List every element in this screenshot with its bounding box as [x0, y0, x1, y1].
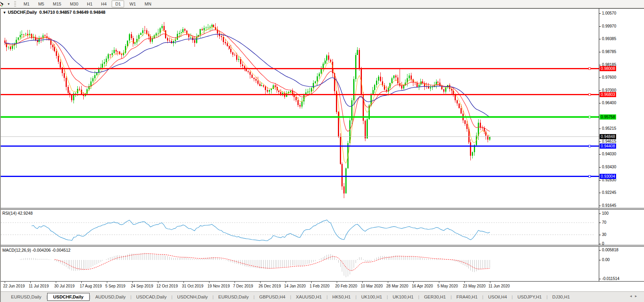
date-tick-mark [490, 282, 490, 283]
timeframe-button-m5[interactable]: M5 [35, 0, 48, 7]
trading-terminal: ▼ M1M5M15M30H1H4D1W1MN ▼USDCHF,Daily 0.9… [0, 0, 644, 302]
rsi-label: RSI(14) 42.9248 [2, 211, 33, 215]
price-tick-label: 0.94615 [602, 139, 616, 144]
chart-ohlc-values: 0.94710 0.94857 0.94649 0.94848 [39, 10, 105, 15]
price-tick-mark [599, 77, 601, 78]
chart-title: ▼USDCHF,Daily 0.94710 0.94857 0.94649 0.… [3, 10, 105, 15]
price-tick-label: 0.92245 [602, 190, 616, 195]
date-label: 24 Sep 2019 [131, 284, 153, 288]
price-tick-mark [599, 142, 601, 142]
level-price-badge: 0.93004 [600, 174, 616, 179]
date-tick-mark [362, 282, 363, 283]
price-tick-label: 0.98785 [602, 50, 616, 54]
price-axis[interactable]: 1.005700.999700.993850.987850.981850.976… [599, 9, 644, 208]
date-tick-mark [235, 282, 235, 283]
price-tick-mark [599, 26, 601, 27]
date-label: 31 Oct 2019 [182, 284, 203, 288]
date-label: 10 Mar 2020 [361, 284, 383, 288]
line-handle[interactable] [589, 116, 591, 118]
chart-tab-eurusd-daily[interactable]: EURUSD,Daily [214, 293, 253, 300]
macd-plot-area[interactable]: MACD(12,26,9) -0.004206 -0.004512 [1, 247, 599, 281]
date-label: 30 Jul 2019 [54, 284, 75, 288]
rsi-tick-label: 0 [602, 241, 604, 246]
date-label: 11 Jun 2020 [488, 284, 510, 288]
time-axis[interactable]: 22 Jun 201911 Jul 201930 Jul 201917 Aug … [1, 281, 644, 291]
date-tick-mark [260, 282, 261, 283]
timeframe-button-mn[interactable]: MN [141, 0, 155, 7]
date-label: 28 Mar 2020 [386, 284, 408, 288]
chart-tab-audusd-daily[interactable]: AUDUSD,Daily [90, 293, 130, 300]
date-label: 17 Aug 2019 [80, 284, 102, 288]
rsi-line [31, 220, 490, 241]
medium-ma-line [5, 30, 490, 131]
rsi-tick-mark [599, 223, 601, 223]
price-tick-label: 0.94030 [602, 152, 616, 156]
chart-tab-usdchf-daily[interactable]: USDCHF,Daily [47, 293, 89, 301]
timeframe-button-group: M1M5M15M30H1H4D1W1MN [19, 0, 156, 7]
rsi-tick-label: 30 [602, 232, 606, 237]
chart-tab-eurusd-daily[interactable]: EURUSD,Daily [6, 293, 46, 300]
date-label: 11 Jul 2019 [29, 284, 49, 288]
price-tick-mark [599, 154, 601, 155]
date-label: 19 Nov 2019 [207, 284, 230, 288]
price-tick-mark [599, 180, 601, 180]
price-tick-label: 0.91645 [602, 203, 616, 208]
chart-collapse-icon[interactable]: ▼ [3, 11, 6, 15]
toolbar-grip-handle[interactable] [14, 1, 16, 7]
line-handle[interactable] [589, 175, 591, 177]
timeframe-button-m30[interactable]: M30 [66, 0, 82, 7]
chart-tab-dj30-h1[interactable]: DJ30,H1 [548, 293, 575, 300]
price-tick-mark [599, 103, 601, 103]
date-tick-mark [337, 282, 337, 283]
chart-tab-uk100-h1[interactable]: UK100,H1 [356, 293, 387, 300]
date-tick-mark [209, 282, 209, 283]
chart-tab-usoil-h4[interactable]: USOil,H4 [483, 293, 512, 300]
date-tick-mark [5, 282, 5, 283]
price-plot-area[interactable]: ▼USDCHF,Daily 0.94710 0.94857 0.94649 0.… [1, 9, 599, 208]
price-tick-label: 0.97600 [602, 75, 616, 79]
macd-tick-label: 0.00 [602, 258, 609, 262]
date-tick-mark [183, 282, 184, 283]
timeframe-button-h4[interactable]: H4 [97, 0, 110, 7]
chart-tab-usdcnh-daily[interactable]: USDCNH,Daily [172, 293, 213, 300]
chart-tab-hk50-h1[interactable]: HK50,H1 [328, 293, 356, 300]
line-handle[interactable] [589, 94, 591, 96]
date-label: 12 Oct 2019 [156, 284, 178, 288]
chart-tab-ger30-h1[interactable]: GER30,H1 [419, 293, 451, 300]
price-tick-mark [599, 206, 601, 206]
chart-tab-xauusd-h1[interactable]: XAUUSD,H1 [291, 293, 327, 300]
chart-tab-usdjpy-h1[interactable]: USDJPY,H1 [513, 293, 547, 300]
level-price-badge: 0.95758 [600, 114, 616, 120]
line-handle[interactable] [589, 145, 591, 147]
chart-tab-uk100-h1[interactable]: UK100,H1 [388, 293, 418, 300]
timeframe-button-w1[interactable]: W1 [126, 0, 139, 7]
timeframe-button-m15[interactable]: M15 [49, 0, 64, 7]
date-tick-mark [81, 282, 82, 283]
date-tick-mark [56, 282, 56, 283]
timeframe-toolbar: ▼ M1M5M15M30H1H4D1W1MN [0, 0, 644, 8]
slow-ma-line [5, 34, 490, 117]
rsi-tick-label: 70 [602, 220, 606, 225]
timeframe-button-m1[interactable]: M1 [20, 0, 33, 7]
date-tick-mark [286, 282, 286, 283]
rsi-plot-area[interactable]: RSI(14) 42.9248 [1, 210, 599, 245]
price-tick-mark [599, 90, 601, 91]
price-tick-mark [599, 39, 601, 39]
rsi-tick-mark [599, 244, 601, 244]
timeframe-button-d1[interactable]: D1 [112, 0, 124, 7]
rsi-panel: RSI(14) 42.9248 10070300 [1, 210, 644, 245]
chart-tab-fra40-h1[interactable]: FRA40,H1 [452, 293, 483, 300]
tab-scroll-arrows[interactable]: ◂▸ [630, 294, 640, 298]
macd-tick-label: -0.011514 [602, 276, 619, 281]
date-tick-mark [107, 282, 107, 283]
chart-tab-usdcad-daily[interactable]: USDCAD,Daily [132, 293, 171, 300]
price-tick-label: 0.96400 [602, 101, 616, 105]
timeframe-button-h1[interactable]: H1 [83, 0, 96, 7]
date-label: 7 Dec 2019 [233, 284, 253, 288]
dropdown-arrow-icon[interactable]: ▼ [7, 2, 10, 6]
chart-cursor-icon[interactable] [0, 1, 6, 7]
line-handle[interactable] [589, 68, 591, 70]
price-tick-mark [599, 13, 601, 14]
chart-tab-gbpusd-h4[interactable]: GBPUSD,H4 [255, 293, 290, 300]
macd-label: MACD(12,26,9) -0.004206 -0.004512 [2, 248, 70, 252]
